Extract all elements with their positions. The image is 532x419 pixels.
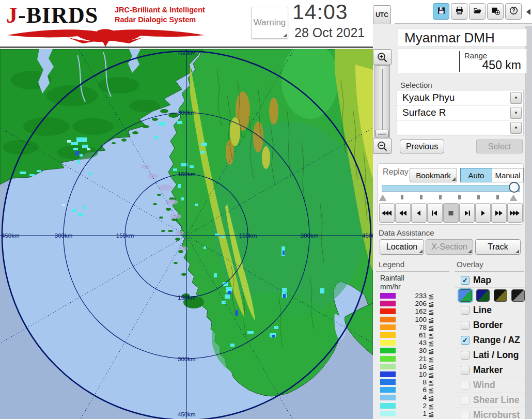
zoom-in-button[interactable] xyxy=(373,49,392,65)
header-underline xyxy=(0,46,373,48)
export-image-button[interactable] xyxy=(487,3,504,20)
legend-value: 4 xyxy=(398,394,427,401)
playback-fast-forward-button[interactable] xyxy=(491,203,507,223)
legend-value: 6 xyxy=(398,386,427,394)
clock-date: 28 Oct 2021 xyxy=(294,25,365,40)
map-style-swatch-0[interactable] xyxy=(459,289,472,302)
playback-rewind-button[interactable] xyxy=(395,203,411,223)
checkbox-line[interactable] xyxy=(461,306,470,315)
legend-color-swatch xyxy=(380,403,396,409)
location-button[interactable]: Location xyxy=(380,239,424,255)
playback-skip-to-end-button[interactable] xyxy=(459,203,475,223)
jbirds-window: J-BIRDS JRC-Brilliant & Intelligent Rada… xyxy=(0,0,532,419)
selection-dropdown-2[interactable]: ▼ xyxy=(397,120,524,135)
legend-operator: ≦ xyxy=(428,300,434,308)
playback-stop-button[interactable] xyxy=(443,203,459,223)
da-button-label: X-Section xyxy=(431,242,467,252)
checkbox-border[interactable] xyxy=(461,321,470,330)
radar-map[interactable]: 450km 300km 150km 150km 300km 450km 450k… xyxy=(0,49,373,419)
map-style-swatch-1[interactable] xyxy=(476,289,490,302)
slider-start-marker-icon xyxy=(379,195,386,201)
chevron-down-icon[interactable]: ▼ xyxy=(510,92,522,104)
legend-value: 233 xyxy=(398,292,427,300)
checkbox-range-az[interactable]: ✓ xyxy=(461,336,470,345)
legend-value: 206 xyxy=(398,300,427,307)
utc-button[interactable]: UTC xyxy=(373,5,391,24)
zoom-out-button[interactable] xyxy=(373,138,392,154)
ring-label-450-w: 450km xyxy=(2,232,20,239)
auto-mode-button[interactable]: Auto xyxy=(460,168,492,182)
range-box: Range 450 km xyxy=(398,49,527,73)
playback-play-button[interactable] xyxy=(475,203,491,223)
help-button[interactable]: ? xyxy=(505,3,522,20)
playback-fastest-forward-button[interactable] xyxy=(507,203,523,223)
overlay-title: Overlay xyxy=(457,260,483,269)
x-section-button[interactable]: X-Section xyxy=(426,239,473,255)
legend-value: 43 xyxy=(398,339,427,347)
legend-row: 206 ≦ xyxy=(380,300,447,307)
legend-row: 43 ≦ xyxy=(380,339,447,347)
select-button-label: Select xyxy=(488,142,511,151)
selection-dropdown-1[interactable]: Surface R ▼ xyxy=(397,105,524,120)
map-style-swatch-3[interactable] xyxy=(511,289,525,302)
playback-fast-rewind-button[interactable] xyxy=(379,203,395,223)
replay-progress-track[interactable] xyxy=(382,185,520,192)
overlay-item-marker[interactable]: Marker xyxy=(455,363,525,378)
legend-color-swatch xyxy=(380,301,396,306)
warning-menu-corner-icon xyxy=(283,34,287,37)
save-button[interactable] xyxy=(433,3,449,20)
warning-button[interactable]: Warning xyxy=(251,7,288,39)
zoom-slider-track[interactable] xyxy=(374,65,390,139)
checkbox-map[interactable]: ✓ xyxy=(461,276,470,285)
selection-dropdown-1-value: Surface R xyxy=(402,107,446,118)
station-name-box: Myanmar DMH xyxy=(398,28,527,46)
overlay-item-line[interactable]: Line xyxy=(455,303,525,318)
fast-forward-icon xyxy=(493,210,505,216)
chevron-down-icon[interactable]: ▼ xyxy=(510,122,522,134)
open-folder-button[interactable] xyxy=(469,3,486,20)
overlay-label-lati-long: Lati / Long xyxy=(473,350,519,361)
legend-color-swatch xyxy=(380,308,396,314)
replay-slider-handle[interactable] xyxy=(509,182,520,193)
panel-collapse-icon[interactable] xyxy=(526,9,530,15)
legend-row: 2 ≦ xyxy=(380,402,447,410)
overlay-label-map: Map xyxy=(473,275,491,286)
bookmark-button[interactable]: Bookmark xyxy=(410,168,457,182)
playback-skip-to-start-button[interactable] xyxy=(427,203,443,223)
print-button[interactable] xyxy=(451,3,467,20)
checkbox-marker[interactable] xyxy=(461,366,470,375)
map-style-swatch-2[interactable] xyxy=(494,289,507,302)
overlay-item-map[interactable]: ✓Map xyxy=(455,273,525,287)
selection-dropdown-0[interactable]: Kyauk Phyu ▼ xyxy=(397,90,524,105)
previous-button[interactable]: Previous xyxy=(400,139,444,153)
legend-row: 6 ≦ xyxy=(380,386,447,394)
track-button[interactable]: Track xyxy=(475,239,521,255)
logo-tagline-line2: Radar Dialogic System xyxy=(115,15,205,25)
selection-label: Selection xyxy=(400,81,432,89)
overlay-item-range-az[interactable]: ✓Range / AZ xyxy=(455,333,525,348)
overlay-label-line: Line xyxy=(473,305,492,316)
overlay-item-lati-long[interactable]: Lati / Long xyxy=(455,348,525,363)
legend-operator: ≦ xyxy=(428,378,434,386)
overlay-item-wind[interactable]: Wind xyxy=(455,378,525,393)
checkbox-lati-long[interactable] xyxy=(461,351,470,360)
logo-title: J-BIRDS xyxy=(6,2,98,28)
playback-step-back-button[interactable] xyxy=(411,203,427,223)
legend-operator: ≦ xyxy=(428,386,434,394)
legend-underline xyxy=(376,271,449,272)
zoom-slider-handle[interactable] xyxy=(375,130,389,137)
chevron-down-icon[interactable]: ▼ xyxy=(510,107,522,119)
selection-dropdown-0-value: Kyauk Phyu xyxy=(402,92,455,103)
checkbox-shear-line xyxy=(461,396,470,405)
ring-label-150-s: 150km xyxy=(178,294,196,301)
logo-title-rest: -BIRDS xyxy=(18,3,98,28)
jbirds-logo: J-BIRDS JRC-Brilliant & Intelligent Rada… xyxy=(5,1,212,48)
manual-mode-button[interactable]: Manual xyxy=(492,168,524,182)
select-button[interactable]: Select xyxy=(476,139,523,153)
stop-icon xyxy=(445,210,457,216)
overlay-item-shear-line[interactable]: Shear Line xyxy=(455,393,525,408)
overlay-item-border[interactable]: Border xyxy=(455,318,525,333)
range-value: 450 km xyxy=(482,58,521,72)
overlay-item-microburst[interactable]: Microburst xyxy=(455,408,525,419)
bookmark-button-label: Bookmark xyxy=(416,171,451,180)
